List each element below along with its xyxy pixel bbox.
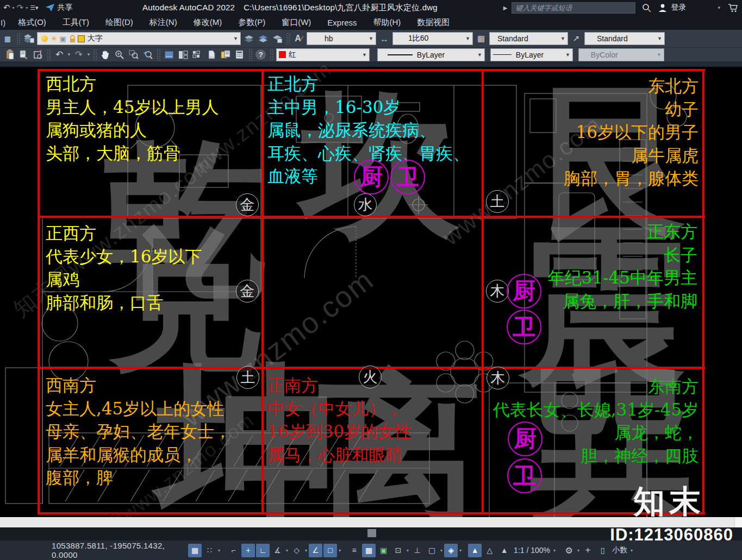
object-snap-3d-caret-icon[interactable]: ▾	[407, 548, 409, 553]
dim-style-select[interactable]: 1比60 ▼	[392, 32, 473, 45]
toolbar-grip[interactable]	[270, 49, 273, 61]
selection-filter-caret-icon[interactable]: ▾	[440, 548, 442, 553]
pan-icon[interactable]	[99, 48, 112, 61]
mleader-style-icon[interactable]: ↗	[570, 32, 583, 45]
units-label[interactable]: 小数	[612, 545, 627, 555]
gizmo-caret-icon[interactable]: ▾	[459, 548, 462, 553]
viewport-icon[interactable]	[163, 48, 176, 61]
color-select[interactable]: 红 ▼	[276, 48, 370, 61]
share-button[interactable]: 共享	[45, 3, 73, 12]
kitchen-marker[interactable]: 厨	[508, 421, 543, 456]
sheet-icon[interactable]	[205, 48, 218, 61]
bath-marker[interactable]: 卫	[507, 310, 541, 344]
paste-icon[interactable]	[3, 48, 16, 61]
ortho-icon[interactable]: ∟	[256, 544, 270, 557]
isodraft-caret-icon[interactable]: ▾	[305, 548, 307, 553]
layer-match-icon[interactable]	[271, 32, 284, 45]
grid-line-top[interactable]	[38, 69, 705, 71]
units-caret-icon[interactable]: ▾	[631, 548, 633, 553]
scale-caret-icon[interactable]: ▾	[553, 548, 556, 553]
mleader-style-select[interactable]: Standard ▼	[584, 32, 665, 45]
palette-icon[interactable]	[177, 48, 190, 61]
object-snap-tracking-icon[interactable]: ∠	[309, 544, 322, 557]
zoom-realtime-icon[interactable]	[113, 48, 126, 61]
bath-marker[interactable]: 卫	[507, 458, 542, 493]
toolbar-grip[interactable]	[47, 49, 51, 61]
cart-icon[interactable]	[728, 3, 739, 12]
text-style-icon[interactable]: A∕	[292, 32, 305, 45]
element-circle[interactable]: 火	[359, 366, 382, 388]
help-icon[interactable]: ?	[254, 48, 267, 61]
menu-item-parametric[interactable]: 参数(P)	[230, 17, 273, 28]
element-circle[interactable]: 木	[487, 367, 509, 389]
selection-filter-icon[interactable]: ▢	[425, 544, 439, 557]
grid-line-right[interactable]	[702, 69, 704, 513]
element-circle[interactable]: 土	[236, 366, 259, 389]
redo-icon[interactable]: ↷	[16, 3, 25, 12]
dynamic-ucs-icon[interactable]: ⊥	[410, 544, 424, 557]
dynamic-input-icon[interactable]: +	[241, 544, 255, 557]
layer-properties-icon[interactable]	[22, 32, 35, 45]
undo-icon[interactable]: ↶	[2, 3, 11, 12]
menu-item-tools[interactable]: 工具(T)	[54, 17, 97, 28]
element-circle[interactable]: 金	[236, 193, 259, 216]
dim-style-icon[interactable]: ↔	[378, 32, 391, 45]
zoom-window-icon[interactable]	[127, 48, 140, 61]
cell-west-text[interactable]: 正西方代表少女，16岁以下 属鸡肺部和肠，口舌	[46, 222, 202, 314]
redo-caret-icon[interactable]: ▼	[86, 52, 91, 57]
text-style-select[interactable]: hb ▼	[307, 32, 376, 45]
menu-item-partial[interactable]: I)	[0, 18, 10, 27]
toolbar-grip[interactable]	[286, 33, 290, 45]
linetype-select[interactable]: ByLayer ▼	[490, 48, 573, 61]
kitchen-marker[interactable]: 厨	[507, 274, 541, 309]
undo-icon[interactable]: ↶	[53, 48, 66, 61]
toolbar-stub-icon[interactable]: ▦	[1, 32, 14, 45]
menu-item-format[interactable]: 格式(O)	[10, 17, 54, 28]
layer-previous-icon[interactable]	[242, 32, 255, 45]
polar-tracking-icon[interactable]: ∡	[271, 544, 284, 557]
autoscale-icon[interactable]: △	[483, 544, 496, 557]
menu-item-express[interactable]: Express	[319, 18, 365, 27]
lineweight-select[interactable]: ByLayer ▼	[377, 48, 485, 61]
search-input[interactable]	[512, 2, 635, 14]
login-caret-icon[interactable]: ▾	[718, 5, 720, 10]
grid-line-bottom[interactable]	[38, 512, 705, 514]
infer-constraints-icon[interactable]: ⌐	[227, 544, 240, 557]
toolbar-grip[interactable]	[16, 33, 20, 45]
grid-line-left[interactable]	[38, 69, 40, 513]
search-icon[interactable]	[642, 3, 651, 12]
layer-select[interactable]: ☀ ▣ 大字 ▼	[37, 32, 241, 45]
menu-item-modify[interactable]: 修改(M)	[185, 17, 230, 28]
snap-caret-icon[interactable]: ▾	[218, 548, 220, 553]
cell-southwest-text[interactable]: 西南方女主人,45岁以上的女性 母亲、孕妇、老年女士，属羊和属猴的成员， 腹部，…	[46, 374, 231, 489]
table-style-select[interactable]: Standard ▼	[489, 32, 568, 45]
toolbar-grip[interactable]	[93, 49, 97, 61]
quickview-icon[interactable]	[191, 48, 204, 61]
element-circle[interactable]: 木	[486, 280, 509, 303]
menu-item-draw[interactable]: 绘图(D)	[97, 17, 141, 28]
snap-icon[interactable]: ∷	[203, 544, 216, 557]
login-button[interactable]: 登录	[671, 3, 686, 12]
annotation-scale-label[interactable]: 1:1 / 100%	[514, 546, 550, 555]
menu-item-help[interactable]: 帮助(H)	[365, 17, 409, 28]
drawing-canvas[interactable]: 乾 坎 艮 兑 震 坤 离 巽 知末网www.znzmo.com www.znz…	[0, 64, 742, 517]
annotation-scale-icon[interactable]: ▲	[497, 544, 511, 557]
lineweight-icon[interactable]: ≡	[347, 544, 361, 557]
layer-states-icon[interactable]	[257, 32, 270, 45]
transparency-icon[interactable]: ▩	[362, 544, 376, 557]
isodraft-icon[interactable]: ◇	[290, 544, 303, 557]
settings-caret-icon[interactable]: ▾	[577, 548, 579, 553]
toolbar-grip[interactable]	[248, 49, 252, 61]
undo-caret-icon[interactable]: ▼	[67, 52, 71, 57]
bath-marker[interactable]: 卫	[390, 160, 425, 194]
calculator-icon[interactable]	[233, 48, 246, 61]
splitter-handle[interactable]	[367, 529, 376, 537]
block-edit-icon[interactable]	[32, 48, 45, 61]
match-properties-icon[interactable]	[17, 48, 30, 61]
toolbar-grip[interactable]	[157, 49, 160, 61]
menu-item-dimension[interactable]: 标注(N)	[141, 17, 185, 28]
element-circle[interactable]: 水	[354, 193, 377, 216]
menu-item-dataview[interactable]: 数据视图	[409, 17, 458, 28]
object-snap-caret-icon[interactable]: ▾	[339, 548, 341, 553]
settings-gear-icon[interactable]: ⚙	[562, 544, 576, 557]
